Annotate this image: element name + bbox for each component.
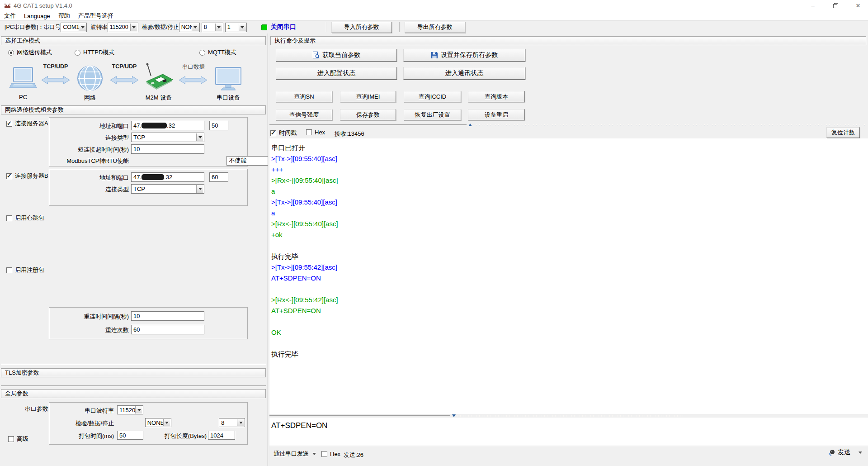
chevron-down-icon[interactable] (196, 185, 203, 193)
checkbox-icon (6, 121, 12, 127)
chevron-down-icon[interactable] (130, 24, 137, 31)
global-databits-select[interactable]: 8 (219, 418, 245, 427)
menu-product-model[interactable]: 产品型号选择 (74, 11, 118, 20)
server-b-address-input[interactable]: 47..32 (131, 172, 204, 182)
close-serial-button[interactable]: 关闭串口 (261, 23, 296, 31)
export-params-button[interactable]: 导出所有参数 (405, 22, 465, 33)
send-button[interactable]: 发送 (828, 448, 862, 456)
radio-label: 网络透传模式 (17, 48, 52, 57)
log-line: >[Tx->][09:55:42][asc] (271, 262, 868, 273)
send-icon (828, 449, 836, 456)
radio-label: HTTPD模式 (83, 48, 114, 57)
parity-select[interactable]: NONI (179, 23, 200, 32)
log-line: >[Tx->][09:55:40][asc] (271, 197, 868, 208)
global-parity-select[interactable]: NONE (145, 418, 171, 427)
save-all-params-button[interactable]: 设置并保存所有参数 (403, 49, 525, 62)
log-splitter-top[interactable] (269, 123, 868, 127)
collapse-up-icon[interactable] (468, 124, 472, 126)
pack-time-label: 打包时间(ms) (49, 432, 114, 440)
arrow-icon (110, 75, 138, 85)
chevron-down-icon[interactable] (215, 24, 222, 31)
import-params-button[interactable]: 导入所有参数 (331, 22, 392, 33)
save-params-button[interactable]: 保存参数 (340, 109, 396, 120)
enter-comm-button[interactable]: 进入通讯状态 (403, 67, 525, 80)
databits-select[interactable]: 8 (202, 23, 223, 32)
global-parity-label: 检验/数据/停止 (49, 419, 114, 428)
server-a-type-select[interactable]: TCP (131, 133, 204, 142)
factory-reset-button[interactable]: 恢复出厂设置 (404, 109, 461, 120)
addr-port-label: 地址和端口 (49, 122, 129, 130)
stopbits-select[interactable]: 1 (225, 23, 247, 32)
query-imei-button[interactable]: 查询IMEI (340, 91, 396, 102)
send-input[interactable]: AT+SDPEN=ON (269, 418, 868, 446)
log-splitter-bottom[interactable] (269, 414, 868, 418)
chevron-down-icon[interactable] (192, 24, 199, 31)
query-iccid-button[interactable]: 查询ICCID (404, 91, 461, 102)
radio-httpd-mode[interactable]: HTTPD模式 (75, 48, 114, 57)
reset-counter-button[interactable]: 复位计数 (826, 127, 860, 138)
checkbox-advanced[interactable]: 高级 (8, 435, 28, 443)
checkbox-server-a[interactable]: 连接服务器A (6, 119, 48, 128)
pack-time-input[interactable]: 50 (117, 431, 143, 440)
get-params-button[interactable]: 获取当前参数 (276, 49, 397, 62)
stopbits-value: 1 (227, 24, 231, 30)
menu-help[interactable]: 帮助 (54, 11, 74, 20)
server-b-group: 地址和端口 47..32 60 连接类型 TCP 长连接 (49, 169, 248, 206)
query-signal-button[interactable]: 查信号强度 (276, 109, 332, 120)
chevron-down-icon[interactable] (196, 133, 203, 141)
log-output[interactable]: 串口已打开>[Tx->][09:55:40][asc]+++>[Rx<-][09… (269, 138, 868, 414)
server-a-port-input[interactable]: 50 (209, 121, 228, 130)
link-label-serial-data: 串口数据 (178, 63, 209, 71)
conn-type-label: 连接类型 (49, 185, 129, 194)
radio-icon (75, 50, 80, 56)
checkbox-timestamp[interactable]: 时间戳 (270, 129, 297, 137)
enter-config-button[interactable]: 进入配置状态 (276, 67, 397, 80)
pack-len-input[interactable]: 1024 (208, 431, 235, 440)
log-line: +ok (271, 229, 868, 240)
radio-transparent-mode[interactable]: 网络透传模式 (8, 48, 52, 57)
radio-icon (8, 50, 14, 56)
reconnect-count-input[interactable]: 60 (131, 325, 204, 334)
collapse-down-icon[interactable] (452, 414, 456, 417)
chevron-down-icon[interactable] (237, 419, 244, 426)
menu-bar: 文件 Language 帮助 产品型号选择 (0, 11, 868, 21)
arrow-icon (179, 75, 207, 85)
tls-header[interactable]: TLS加密参数 (1, 368, 266, 377)
checkbox-server-b[interactable]: 连接服务器B (6, 172, 48, 180)
chevron-down-icon[interactable] (859, 452, 862, 454)
query-sn-button[interactable]: 查询SN (276, 91, 332, 102)
reconnect-interval-input[interactable]: 10 (131, 311, 204, 321)
server-b-port-input[interactable]: 60 (209, 172, 228, 182)
device-reboot-button[interactable]: 设备重启 (468, 109, 525, 120)
log-line: AT+SDPEN=ON (271, 273, 868, 284)
address-suffix: .32 (167, 122, 175, 129)
send-via-serial-dropdown[interactable]: 通过串口发送 (274, 450, 316, 458)
chevron-down-icon[interactable] (135, 406, 142, 414)
chevron-down-icon[interactable] (79, 24, 86, 31)
server-a-address-input[interactable]: 47..32 (131, 121, 204, 130)
server-b-type-select[interactable]: TCP (131, 184, 204, 194)
minimize-button[interactable]: – (803, 0, 823, 11)
checkbox-hex-send[interactable]: Hex (321, 451, 340, 457)
com-port-select[interactable]: COM10 (61, 23, 87, 32)
chevron-down-icon[interactable] (163, 419, 170, 426)
menu-file[interactable]: 文件 (0, 11, 20, 20)
global-params-header[interactable]: 全局参数 (1, 389, 266, 398)
menu-language[interactable]: Language (20, 11, 54, 20)
short-timeout-input[interactable]: 10 (131, 144, 204, 154)
chevron-down-icon[interactable] (239, 24, 246, 31)
global-baud-select[interactable]: 115200 (117, 405, 143, 414)
radio-mqtt-mode[interactable]: MQTT模式 (199, 48, 236, 57)
log-line: a (271, 186, 868, 197)
checkbox-hex-recv[interactable]: Hex (306, 129, 325, 136)
log-line: >[Rx<-][09:55:40][asc] (271, 219, 868, 229)
checkbox-heartbeat[interactable]: 启用心跳包 (6, 214, 44, 222)
restore-button[interactable] (826, 0, 845, 11)
checkbox-register[interactable]: 启用注册包 (6, 266, 44, 274)
log-line: >[Rx<-][09:55:42][asc] (271, 295, 868, 305)
baud-select[interactable]: 115200 (108, 23, 138, 32)
query-version-button[interactable]: 查询版本 (468, 91, 525, 102)
close-button[interactable]: ✕ (848, 0, 868, 11)
log-line (271, 316, 868, 327)
log-line: +++ (271, 164, 868, 175)
